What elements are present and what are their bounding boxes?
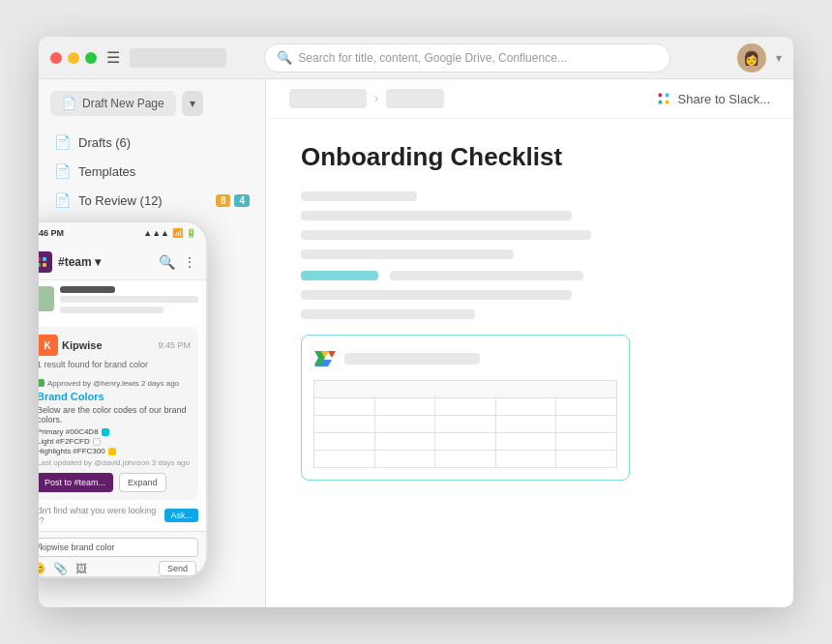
color-highlights-row: Highlights #FFC300	[39, 447, 191, 455]
kipwise-result: 1 result found for brand color	[39, 360, 191, 369]
mobile-input-box[interactable]: /kipwise brand color	[39, 538, 198, 557]
sidebar-item-to-review[interactable]: 📄 To Review (12) 8 4	[39, 186, 265, 215]
light-color-swatch	[93, 438, 101, 446]
mobile-header-icons: 🔍 ⋮	[159, 254, 196, 270]
primary-color-swatch	[102, 428, 109, 436]
mobile-chat: K Kipwise 9:45 PM 1 result found for bra…	[39, 280, 206, 531]
svg-rect-2	[658, 101, 662, 104]
post-to-team-button[interactable]: Post to #team...	[39, 473, 113, 492]
breadcrumb-item-2	[386, 89, 444, 108]
sidebar-item-templates[interactable]: 📄 Templates	[39, 157, 265, 186]
avatar[interactable]: 👩	[737, 44, 766, 73]
color-light-row: Light #F2FCFD	[39, 437, 191, 446]
draft-new-page-button[interactable]: 📄 Draft New Page	[50, 91, 176, 116]
drive-table	[313, 380, 617, 468]
templates-icon: 📄	[54, 163, 71, 179]
attachment-icon[interactable]: 📎	[53, 562, 68, 575]
mobile-team-name[interactable]: #team ▾	[58, 255, 101, 269]
svg-rect-4	[39, 257, 41, 261]
battery-icon: 🔋	[186, 228, 196, 238]
svg-rect-0	[658, 94, 662, 98]
mobile-icons-left: 😊 📎 🖼	[39, 562, 87, 575]
emoji-icon[interactable]: 😊	[39, 562, 45, 575]
chat-avatar-1	[39, 286, 54, 311]
badges: 8 4	[216, 194, 250, 207]
mobile-time: 9:46 PM	[39, 228, 64, 238]
svg-rect-6	[39, 263, 41, 267]
skeleton-line-7	[301, 309, 475, 319]
hamburger-icon[interactable]: ☰	[106, 48, 120, 67]
chat-message-prev-1	[39, 286, 198, 317]
mobile-more-icon[interactable]: ⋮	[183, 254, 196, 270]
main-content: › Share to Slack... Onboarding Checklist	[266, 79, 793, 607]
skeleton-line-6	[301, 290, 572, 300]
image-icon[interactable]: 🖼	[75, 562, 87, 575]
kipwise-header: K Kipwise 9:45 PM	[39, 335, 191, 356]
kipwise-time: 9:45 PM	[158, 340, 191, 350]
share-to-slack-button[interactable]: Share to Slack...	[655, 90, 770, 107]
draft-button-arrow[interactable]: ▾	[182, 91, 203, 116]
kipwise-message: K Kipwise 9:45 PM 1 result found for bra…	[39, 327, 198, 500]
drafts-icon: 📄	[54, 134, 71, 150]
search-text: Search for title, content, Google Drive,…	[298, 51, 566, 65]
signal-icon: ▲▲▲	[143, 228, 169, 238]
breadcrumb-item-1	[289, 89, 367, 108]
sidebar-item-drafts[interactable]: 📄 Drafts (6)	[39, 128, 265, 157]
badge-teal: 4	[234, 194, 250, 207]
mobile-search-icon[interactable]: 🔍	[159, 254, 175, 270]
skeleton-line-4	[301, 249, 514, 259]
send-button[interactable]: Send	[159, 561, 196, 576]
content-header: › Share to Slack...	[266, 79, 793, 119]
action-buttons: Post to #team... Expand	[39, 473, 191, 492]
drive-card	[301, 335, 630, 481]
maximize-button[interactable]	[85, 52, 97, 64]
content-body: Onboarding Checklist	[266, 119, 793, 504]
chat-skel-1	[60, 296, 198, 303]
approved-badge: Approved by @henry.lewis 2 days ago	[39, 379, 179, 388]
breadcrumb-arrow: ›	[374, 92, 378, 105]
browser-window: ☰ 🔍 Search for title, content, Google Dr…	[39, 37, 793, 607]
slack-logo-icon	[39, 255, 48, 269]
close-button[interactable]	[50, 52, 62, 64]
teal-highlight	[301, 271, 378, 280]
slack-icon	[655, 90, 672, 107]
avatar-dropdown-icon[interactable]: ▾	[776, 51, 782, 65]
light-color-text: Light #F2FCFD	[39, 437, 90, 446]
skeleton-line-5	[390, 271, 583, 280]
search-bar[interactable]: 🔍 Search for title, content, Google Driv…	[264, 44, 670, 73]
kipwise-avatar: K	[39, 335, 58, 356]
skeleton-line-1	[301, 191, 417, 201]
slack-team-icon	[39, 251, 52, 273]
svg-rect-5	[43, 257, 46, 261]
sidebar-top: 📄 Draft New Page ▾	[39, 91, 265, 128]
skeleton-line-2	[301, 211, 572, 220]
chat-content-1	[60, 286, 198, 317]
to-review-icon: 📄	[54, 192, 71, 208]
page-title: Onboarding Checklist	[301, 142, 758, 172]
primary-color-text: Primary #00C4D8	[39, 427, 99, 436]
draft-icon: 📄	[62, 97, 76, 110]
sidebar-nav: 📄 Drafts (6) 📄 Templates 📄 To Review (12…	[39, 128, 265, 215]
minimize-button[interactable]	[68, 52, 79, 64]
approved-dot	[39, 379, 45, 387]
ask-button[interactable]: Ask...	[164, 509, 198, 522]
wifi-icon: 📶	[172, 228, 183, 238]
highlights-color-swatch	[108, 448, 116, 455]
tab-placeholder	[130, 48, 226, 68]
brand-desc: Below are the color codes of our brand c…	[39, 405, 191, 424]
traffic-lights	[50, 52, 97, 64]
drive-header	[313, 347, 617, 370]
svg-rect-7	[43, 263, 46, 267]
svg-rect-1	[665, 94, 669, 98]
expand-button[interactable]: Expand	[119, 473, 166, 492]
mobile-signal-icons: ▲▲▲ 📶 🔋	[143, 228, 196, 238]
skeleton-line-3	[301, 230, 591, 240]
badge-orange: 8	[216, 194, 231, 207]
kipwise-name: Kipwise	[62, 339, 103, 351]
brand-colors-link[interactable]: Brand Colors	[39, 391, 191, 402]
chat-skel-2	[60, 307, 163, 313]
highlights-color-text: Highlights #FFC300	[39, 447, 105, 455]
content-row-1	[301, 271, 758, 280]
mobile-overlay: 9:46 PM ▲▲▲ 📶 🔋 #team ▾ 🔍 ⋮	[39, 220, 208, 578]
mobile-header: #team ▾ 🔍 ⋮	[39, 244, 206, 280]
